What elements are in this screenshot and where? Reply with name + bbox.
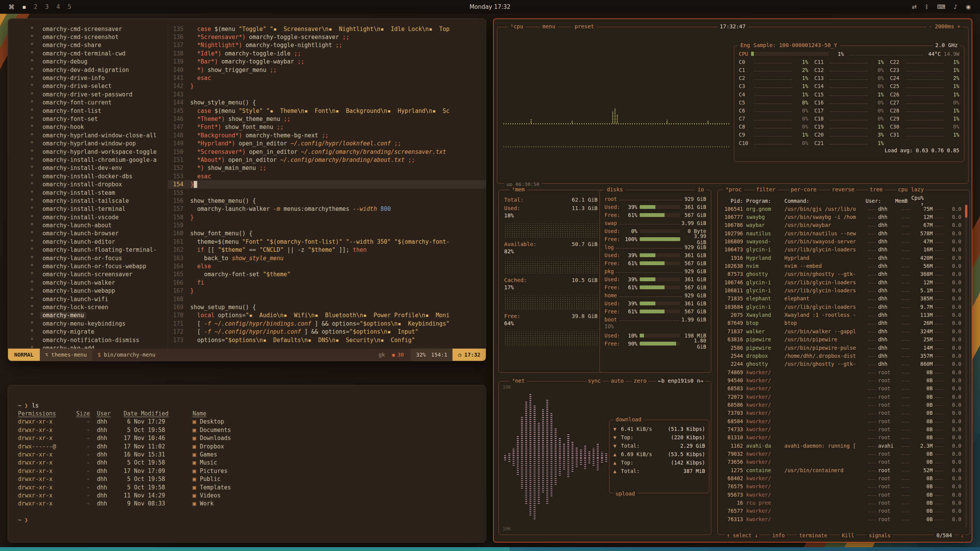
process-row[interactable]: 73656kworker/root0B0.0 [722, 458, 961, 466]
file-item[interactable]: *omarchy-launch-walker [30, 279, 168, 287]
process-row[interactable]: 102638nvimnvim --embeddhh56M0.0 [722, 262, 961, 270]
file-item[interactable]: *omarchy-install-chromium-google-a [30, 156, 168, 164]
file-item[interactable]: *omarchy-debug [30, 58, 168, 66]
menu-button[interactable]: menu [540, 23, 558, 29]
process-row[interactable]: 2244ghostty/usr/bin/ghostty --gtk-dhh860… [722, 360, 961, 368]
preset-button[interactable]: preset [572, 23, 596, 29]
file-item[interactable]: *omarchy-install-docker-dbs [30, 172, 168, 180]
process-row[interactable]: 79032kworker/root0B0.0 [722, 450, 961, 458]
file-item[interactable]: *omarchy-hyprland-window-close-all [30, 131, 168, 139]
file-item[interactable]: *omarchy-launch-webapp [30, 287, 168, 295]
proc-option-reverse[interactable]: reverse [830, 186, 856, 192]
file-item[interactable]: *omarchy-pkg-add [30, 344, 168, 349]
process-row[interactable]: 106746glycin-i/usr/lib/glycin-loadersdhh… [722, 278, 961, 286]
process-row[interactable]: 106473glycin-i/usr/lib/glycin-loadersdhh… [722, 246, 961, 254]
file-item[interactable]: *omarchy-launch-screensaver [30, 271, 168, 279]
file-item[interactable]: *omarchy-install-tailscale [30, 197, 168, 205]
file-item[interactable]: *omarchy-cmd-screensaver [30, 25, 168, 33]
process-row[interactable]: 71837walker/usr/bin/walker --gappldhh324… [722, 327, 961, 335]
process-row[interactable]: 2075XwaylandXwayland :1 -rootless -dhh11… [722, 311, 961, 319]
disks-io-toggle[interactable]: io [695, 186, 706, 192]
disks-title[interactable]: disks [604, 186, 625, 192]
file-item[interactable]: *omarchy-dev-add-migration [30, 66, 168, 74]
process-row[interactable]: 106809swayosd-/usr/bin/swayosd-serverdhh… [722, 237, 961, 245]
workspace-4[interactable]: 4 [56, 3, 60, 10]
interval-plus-button[interactable]: + [957, 23, 960, 29]
process-row[interactable]: 72073kworker/root0B0.0 [722, 393, 961, 401]
file-item[interactable]: *omarchy-drive-set-password [30, 90, 168, 98]
process-row[interactable]: 68586kworker/root0B0.0 [722, 401, 961, 409]
proc-scrollbar[interactable] [965, 205, 967, 528]
file-item[interactable]: *omarchy-cmd-terminal-cwd [30, 49, 168, 57]
process-row[interactable]: 2586pipewire/usr/bin/pipewire-pulsedhh14… [722, 344, 961, 352]
keyboard-icon[interactable]: ⌨ [937, 3, 946, 10]
process-row[interactable]: 76577kworker/root0B0.0 [722, 507, 961, 515]
file-item[interactable]: *omarchy-cmd-screenshot [30, 33, 168, 41]
screencast-icon[interactable]: ⇄ [912, 3, 917, 10]
file-item[interactable]: *omarchy-launch-about [30, 221, 168, 229]
terminal-window[interactable]: ~ ❯ ls PermissionsSizeUserDate ModifiedN… [8, 385, 486, 543]
proc-option-tree[interactable]: tree [868, 186, 884, 192]
proc-options[interactable]: filterper-corereversetreecpu lazy [755, 186, 954, 192]
file-item[interactable]: *omarchy-menu [30, 311, 168, 320]
process-row[interactable]: 94540kworker/root0B0.0 [722, 376, 961, 384]
file-item[interactable]: *omarchy-notification-dismiss [30, 336, 168, 344]
process-row[interactable]: 102796nautilus/usr/bin/nautilus --newdhh… [722, 229, 961, 237]
nvim-file-list[interactable]: *omarchy-cmd-screensaver*omarchy-cmd-scr… [8, 25, 168, 349]
workspace-active-icon[interactable]: ▪ [22, 3, 26, 10]
mem-box-title[interactable]: ²mem [510, 186, 527, 192]
proc-box-title[interactable]: ⁴proc [723, 186, 744, 192]
file-item[interactable]: *omarchy-launch-floating-terminal- [30, 246, 168, 254]
file-item[interactable]: *omarchy-install-vscode [30, 213, 168, 221]
file-item[interactable]: *omarchy-hyprland-workspace-toggle [30, 148, 168, 156]
proc-action-kill[interactable]: Kill [840, 532, 856, 538]
code-lines[interactable]: 135 case $(menu "Toggle" "▪ Screensaver\… [168, 25, 486, 349]
process-row[interactable]: 76575kworker/root0B0.0 [722, 483, 961, 491]
file-item[interactable]: *omarchy-drive-select [30, 82, 168, 90]
file-item[interactable]: *omarchy-font-current [30, 99, 168, 107]
interval-minus-button[interactable]: - [929, 23, 932, 29]
workspace-5[interactable]: 5 [68, 3, 72, 10]
file-item[interactable]: *omarchy-install-dropbox [30, 180, 168, 188]
process-row[interactable]: 76313kworker/root0B0.0 [722, 515, 961, 523]
process-row[interactable]: 106786waybar/usr/bin/waybardhh67M0.0 [722, 221, 961, 229]
file-item[interactable]: *omarchy-cmd-share [30, 41, 168, 49]
process-row[interactable]: 2544dropbox/home/dhh/.dropbox-distdhh357… [722, 352, 961, 360]
process-row[interactable]: 74733kworker/root0B0.0 [722, 425, 961, 433]
scroll-down-icon[interactable]: ↓ [959, 532, 965, 538]
process-row[interactable]: 1916HyprlandHyprlanddhh420M0.0 [722, 254, 961, 262]
file-item[interactable]: *omarchy-launch-editor [30, 238, 168, 246]
proc-action-terminate[interactable]: terminate [797, 532, 829, 538]
process-row[interactable]: 16rcu_preeroot0B0.0 [722, 499, 961, 507]
file-item[interactable]: *omarchy-hyprland-window-pop [30, 139, 168, 147]
file-item[interactable]: *omarchy-font-list [30, 107, 168, 115]
proc-option-cpu-lazy[interactable]: cpu lazy [897, 186, 925, 192]
proc-action-info[interactable]: info [770, 532, 787, 538]
file-item[interactable]: *omarchy-hook [30, 123, 168, 131]
process-row[interactable]: 106541org.gnom/usr/bin/gjs /usr/lib/odhh… [722, 205, 961, 213]
file-item[interactable]: *omarchy-install-dev-env [30, 164, 168, 172]
proc-action-signals[interactable]: signals [867, 532, 892, 538]
process-row[interactable]: 106777swaybg/usr/bin/swaybg -i /homdhh12… [722, 213, 961, 221]
process-row[interactable]: 73703kworker/root0B0.0 [722, 409, 961, 417]
file-item[interactable]: *omarchy-migrate [30, 328, 168, 336]
workspace-2[interactable]: 2 [34, 3, 38, 10]
file-item[interactable]: *omarchy-font-set [30, 115, 168, 123]
update-interval[interactable]: - 2000ms + [926, 23, 963, 29]
file-item[interactable]: *omarchy-launch-browser [30, 230, 168, 238]
workspace-3[interactable]: 3 [45, 3, 49, 10]
process-row[interactable]: 81310kworker/root0B0.0 [722, 434, 961, 442]
volume-icon[interactable]: ♪ [954, 3, 957, 10]
proc-action--select-[interactable]: ↑ select ↓ [725, 532, 760, 538]
file-item[interactable]: *omarchy-launch-wifi [30, 295, 168, 303]
process-row[interactable]: 87649btopbtopdhh26M0.0 [722, 319, 961, 327]
bluetooth-icon[interactable]: ᛒ [925, 3, 929, 10]
process-row[interactable]: 71835elephantelephantdhh385M0.0 [722, 295, 961, 303]
file-item[interactable]: *omarchy-lock-screen [30, 303, 168, 311]
proc-footer[interactable]: ↑ select ↓infoterminateKillsignals [725, 532, 892, 538]
process-row[interactable]: 63816pipewire/usr/bin/pipewiredhh25M0.0 [722, 336, 961, 344]
process-row[interactable]: 95673kworker/root0B0.0 [722, 491, 961, 499]
file-item[interactable]: *omarchy-launch-or-focus-webapp [30, 262, 168, 270]
process-row[interactable]: 106811glycin-i/usr/lib/glycin-loadersdhh… [722, 286, 961, 294]
cpu-box-title[interactable]: ¹cpu [508, 23, 526, 29]
